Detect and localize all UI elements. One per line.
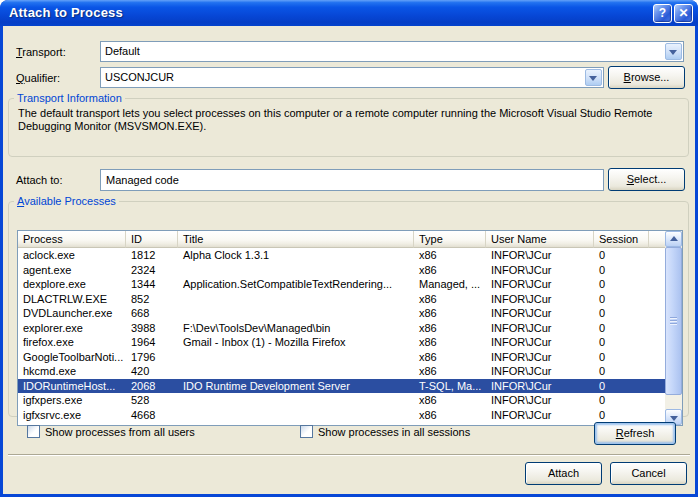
cell-session: 0 — [594, 248, 649, 263]
cell-title: Alpha Clock 1.3.1 — [178, 248, 414, 263]
column-header-session[interactable]: Session — [594, 231, 649, 248]
process-row[interactable]: agent.exe2324x86INFOR\JCur0 — [18, 263, 665, 278]
separator — [8, 454, 690, 455]
cell-title — [178, 364, 414, 379]
qualifier-value: USCONJCUR — [105, 68, 174, 87]
scrollbar[interactable] — [665, 231, 682, 425]
cell-user-name: INFOR\JCur — [486, 335, 594, 350]
close-button[interactable]: ✕ — [674, 4, 693, 23]
process-row[interactable]: explorer.exe3988F:\Dev\ToolsDev\Managed\… — [18, 321, 665, 336]
cell-process: igfxpers.exe — [18, 393, 126, 408]
cell-user-name: INFOR\JCur — [486, 292, 594, 307]
cell-user-name: INFOR\JCur — [486, 350, 594, 365]
cell-id: 1344 — [126, 277, 178, 292]
cell-type: x86 — [414, 393, 486, 408]
transport-value: Default — [105, 42, 140, 61]
cell-id: 420 — [126, 364, 178, 379]
cell-session: 0 — [594, 277, 649, 292]
cell-user-name: INFOR\JCur — [486, 248, 594, 263]
transport-info-group: Transport Information The default transp… — [8, 92, 689, 157]
transport-combobox[interactable]: Default — [100, 41, 684, 62]
process-row[interactable]: IDORuntimeHost...2068IDO Runtime Develop… — [18, 379, 665, 394]
show-all-sessions-checkbox[interactable]: Show processes in all sessions — [300, 425, 470, 438]
cell-title — [178, 408, 414, 423]
cell-filler — [649, 335, 665, 350]
browse-button[interactable]: Browse... — [608, 66, 685, 89]
attach-button[interactable]: Attach — [525, 462, 602, 485]
checkbox-unchecked-icon[interactable] — [300, 425, 313, 438]
cell-type: x86 — [414, 263, 486, 278]
cell-id: 1796 — [126, 350, 178, 365]
column-header-id[interactable]: ID — [126, 231, 178, 248]
available-processes-group: Available Processes ProcessIDTitleTypeUs… — [8, 195, 689, 417]
cell-filler — [649, 379, 665, 394]
process-row[interactable]: GoogleToolbarNoti...1796x86INFOR\JCur0 — [18, 350, 665, 365]
column-header-process[interactable]: Process — [18, 231, 126, 248]
close-icon: ✕ — [678, 6, 688, 20]
cell-title — [178, 292, 414, 307]
cell-process: DVDLauncher.exe — [18, 306, 126, 321]
cell-user-name: INFOR\JCur — [486, 408, 594, 423]
column-header-type[interactable]: Type — [414, 231, 486, 248]
dialog-body: Transport: Default Qualifier: USCONJCUR … — [3, 26, 695, 494]
process-row[interactable]: DVDLauncher.exe668x86INFOR\JCur0 — [18, 306, 665, 321]
process-list-rows: aclock.exe1812Alpha Clock 1.3.1x86INFOR\… — [18, 248, 665, 422]
process-row[interactable]: hkcmd.exe420x86INFOR\JCur0 — [18, 364, 665, 379]
show-all-users-label: Show processes from all users — [45, 426, 195, 438]
cell-filler — [649, 321, 665, 336]
cell-id: 1812 — [126, 248, 178, 263]
column-header-title[interactable]: Title — [178, 231, 414, 248]
cancel-button[interactable]: Cancel — [610, 462, 687, 485]
cell-filler — [649, 248, 665, 263]
cell-filler — [649, 350, 665, 365]
cell-type: x86 — [414, 248, 486, 263]
process-row[interactable]: dexplore.exe1344Application.SetCompatibl… — [18, 277, 665, 292]
refresh-button[interactable]: Refresh — [594, 422, 676, 445]
cell-title: IDO Runtime Development Server — [178, 379, 414, 394]
dropdown-arrow-icon[interactable] — [585, 69, 602, 86]
cell-id: 668 — [126, 306, 178, 321]
dropdown-arrow-icon[interactable] — [665, 43, 682, 60]
column-header-user-name[interactable]: User Name — [486, 231, 594, 248]
cell-type: x86 — [414, 321, 486, 336]
process-row[interactable]: aclock.exe1812Alpha Clock 1.3.1x86INFOR\… — [18, 248, 665, 263]
cell-session: 0 — [594, 379, 649, 394]
attach-to-field[interactable]: Managed code — [100, 169, 604, 191]
cell-session: 0 — [594, 292, 649, 307]
cell-type: x86 — [414, 350, 486, 365]
cell-user-name: INFOR\JCur — [486, 379, 594, 394]
process-row[interactable]: igfxsrvc.exe4668x86INFOR\JCur0 — [18, 408, 665, 423]
qualifier-combobox[interactable]: USCONJCUR — [100, 67, 604, 88]
help-icon: ? — [659, 6, 666, 20]
cell-process: IDORuntimeHost... — [18, 379, 126, 394]
process-row[interactable]: DLACTRLW.EXE852x86INFOR\JCur0 — [18, 292, 665, 307]
qualifier-label: Qualifier: — [16, 72, 60, 84]
cell-title — [178, 393, 414, 408]
cell-type: Managed, ... — [414, 277, 486, 292]
titlebar-buttons: ? ✕ — [653, 4, 693, 23]
show-all-sessions-label: Show processes in all sessions — [318, 426, 470, 438]
transport-info-title: Transport Information — [14, 92, 125, 104]
process-row[interactable]: firefox.exe1964Gmail - Inbox (1) - Mozil… — [18, 335, 665, 350]
cell-filler — [649, 364, 665, 379]
cell-process: firefox.exe — [18, 335, 126, 350]
cell-process: GoogleToolbarNoti... — [18, 350, 126, 365]
cell-filler — [649, 393, 665, 408]
scrollbar-thumb[interactable] — [665, 247, 682, 395]
cell-session: 0 — [594, 364, 649, 379]
available-processes-title: Available Processes — [14, 195, 119, 207]
scroll-up-icon[interactable] — [665, 231, 682, 247]
checkbox-unchecked-icon[interactable] — [27, 425, 40, 438]
show-all-users-checkbox[interactable]: Show processes from all users — [27, 425, 195, 438]
cell-process: explorer.exe — [18, 321, 126, 336]
cell-type: x86 — [414, 306, 486, 321]
cell-title — [178, 306, 414, 321]
process-list[interactable]: ProcessIDTitleTypeUser NameSession acloc… — [17, 230, 683, 426]
title-bar[interactable]: Attach to Process ? ✕ — [0, 0, 698, 26]
select-button[interactable]: Select... — [608, 168, 685, 191]
cell-session: 0 — [594, 263, 649, 278]
transport-info-description: The default transport lets you select pr… — [9, 104, 688, 133]
cell-process: aclock.exe — [18, 248, 126, 263]
process-row[interactable]: igfxpers.exe528x86INFOR\JCur0 — [18, 393, 665, 408]
help-button[interactable]: ? — [653, 4, 672, 23]
